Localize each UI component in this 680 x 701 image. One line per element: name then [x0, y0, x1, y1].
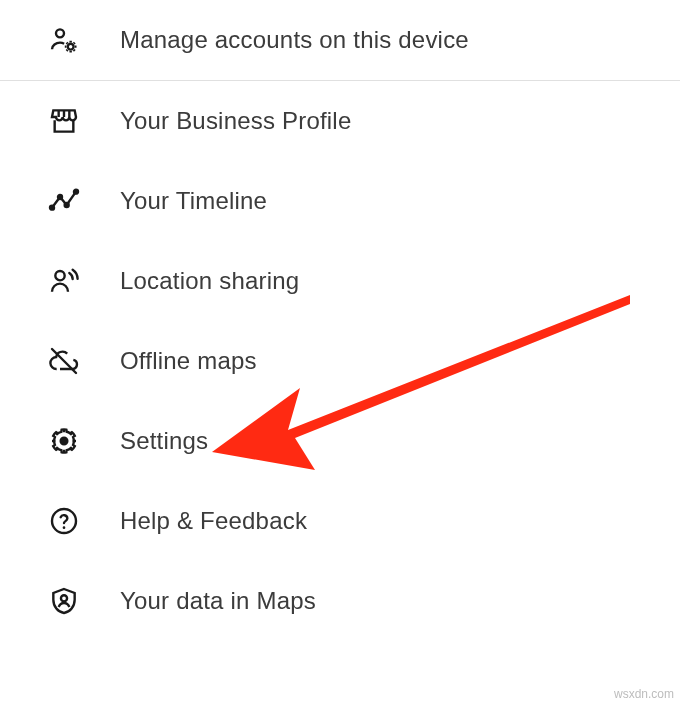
- menu-label-business-profile: Your Business Profile: [120, 107, 351, 135]
- menu-label-help-feedback: Help & Feedback: [120, 507, 307, 535]
- help-circle-icon: [48, 505, 80, 537]
- svg-point-5: [74, 190, 78, 194]
- settings-menu-list: Manage accounts on this device Your Busi…: [0, 0, 680, 641]
- menu-item-location-sharing[interactable]: Location sharing: [0, 241, 680, 321]
- menu-item-manage-accounts[interactable]: Manage accounts on this device: [0, 0, 680, 80]
- svg-point-7: [61, 438, 68, 445]
- svg-point-9: [63, 526, 66, 529]
- menu-item-timeline[interactable]: Your Timeline: [0, 161, 680, 241]
- watermark-text: wsxdn.com: [614, 687, 674, 701]
- svg-point-4: [65, 203, 69, 207]
- shield-person-icon: [48, 585, 80, 617]
- menu-label-manage-accounts: Manage accounts on this device: [120, 26, 469, 54]
- svg-point-3: [58, 195, 62, 199]
- menu-label-location-sharing: Location sharing: [120, 267, 299, 295]
- menu-item-offline-maps[interactable]: Offline maps: [0, 321, 680, 401]
- location-sharing-icon: [48, 265, 80, 297]
- svg-point-2: [50, 206, 54, 210]
- svg-point-10: [61, 595, 67, 601]
- cloud-off-icon: [48, 345, 80, 377]
- menu-item-your-data[interactable]: Your data in Maps: [0, 561, 680, 641]
- menu-label-offline-maps: Offline maps: [120, 347, 257, 375]
- menu-label-timeline: Your Timeline: [120, 187, 267, 215]
- timeline-icon: [48, 185, 80, 217]
- svg-point-0: [56, 29, 64, 37]
- storefront-icon: [48, 105, 80, 137]
- menu-label-settings: Settings: [120, 427, 208, 455]
- person-gear-icon: [48, 24, 80, 56]
- menu-label-your-data: Your data in Maps: [120, 587, 316, 615]
- gear-icon: [48, 425, 80, 457]
- svg-point-6: [55, 271, 64, 280]
- svg-point-1: [68, 44, 74, 50]
- menu-item-business-profile[interactable]: Your Business Profile: [0, 81, 680, 161]
- menu-item-settings[interactable]: Settings: [0, 401, 680, 481]
- menu-item-help-feedback[interactable]: Help & Feedback: [0, 481, 680, 561]
